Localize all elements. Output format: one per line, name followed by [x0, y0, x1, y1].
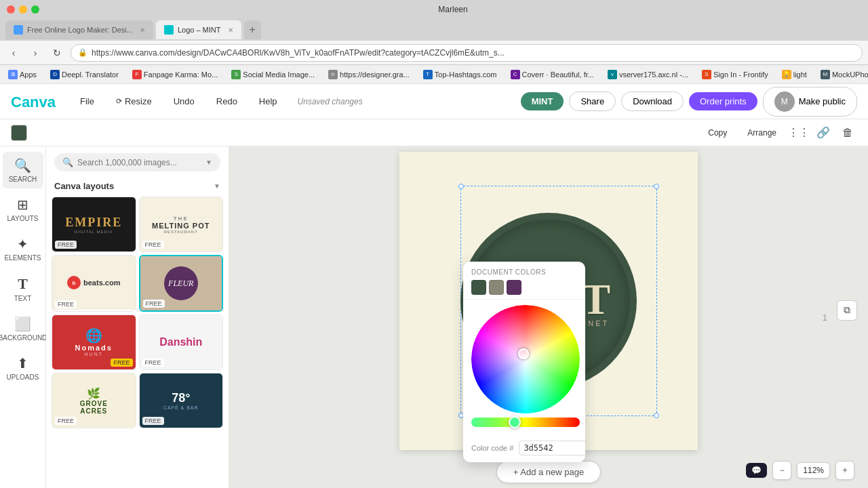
copy-button[interactable]: Copy: [701, 125, 734, 141]
make-public-button[interactable]: M Make public: [763, 87, 857, 117]
sidebar-text-label: TEXT: [14, 295, 32, 302]
order-prints-button[interactable]: Order prints: [689, 92, 757, 110]
bookmark-apps[interactable]: ⊞ Apps: [5, 68, 39, 81]
tab-1-close[interactable]: ✕: [140, 26, 145, 34]
undo-button[interactable]: Undo: [167, 92, 201, 110]
layout-item-beats[interactable]: b beats.com FREE: [52, 255, 136, 312]
duplicate-icon[interactable]: ⧉: [837, 300, 857, 321]
swatch-green[interactable]: [471, 280, 486, 295]
78-sub: CAFÉ & BAR: [163, 405, 199, 410]
layout-item-empire[interactable]: EMPIRE DIGITAL MEDIA FREE: [52, 197, 136, 252]
handle-bottom-right[interactable]: [654, 413, 659, 418]
background-icon: ⬜: [14, 316, 31, 332]
download-button[interactable]: Download: [621, 92, 684, 111]
hue-thumb[interactable]: [509, 416, 521, 428]
main-toolbar: Canva File ⟳ Resize Undo Redo Help Unsav…: [0, 84, 868, 119]
social-icon: S: [231, 70, 241, 79]
arrange-button[interactable]: Arrange: [740, 125, 784, 141]
handle-top-right[interactable]: [654, 184, 659, 189]
right-panel-buttons: ⧉: [837, 300, 857, 321]
close-button[interactable]: [7, 5, 15, 14]
tab-bar: Free Online Logo Maker: Desi... ✕ Logo –…: [0, 19, 868, 41]
bookmark-fanpage[interactable]: F Fanpage Karma: Mo...: [130, 68, 220, 81]
unsaved-indicator: Unsaved changes: [298, 97, 363, 106]
empire-title: EMPIRE: [65, 216, 122, 230]
swatch-gray[interactable]: [489, 280, 504, 295]
back-button[interactable]: ‹: [5, 45, 22, 61]
melting-content: THE MELTING POT RESTAURANT: [152, 216, 210, 234]
url-bar[interactable]: 🔒 https://www.canva.com/design/DACwCA4BO…: [71, 44, 863, 62]
doc-colors-title: DOCUMENT COLORS: [471, 268, 577, 276]
layout-item-melting-pot[interactable]: THE MELTING POT RESTAURANT FREE: [139, 197, 224, 252]
link-icon[interactable]: 🔗: [814, 123, 833, 142]
sidebar-uploads-label: UPLOADS: [7, 373, 39, 381]
layout-item-78degrees[interactable]: 78° CAFÉ & BAR FREE: [139, 373, 224, 428]
color-code-input[interactable]: [519, 441, 585, 455]
bookmark-designer[interactable]: h https://designer.gra...: [326, 68, 412, 81]
file-menu[interactable]: File: [73, 92, 101, 110]
bookmark-light[interactable]: 💡 light: [779, 68, 810, 81]
canvas-area: DOCUMENT COLORS: [229, 146, 868, 488]
zoom-out-button[interactable]: −: [772, 461, 791, 480]
layout-item-grove[interactable]: 🌿 GROVEACRES FREE: [52, 373, 136, 428]
sidebar-item-elements[interactable]: ✦ ELEMENTS: [3, 230, 43, 267]
color-swatch-active[interactable]: [11, 125, 27, 141]
bookmark-hashtags[interactable]: T Top-Hashtags.com: [420, 68, 500, 81]
hue-slider[interactable]: [471, 418, 580, 427]
sidebar-item-text[interactable]: T TEXT: [3, 270, 43, 308]
help-button[interactable]: Help: [252, 92, 284, 110]
canva-logo[interactable]: Canva: [11, 92, 65, 111]
search-bar[interactable]: 🔍 ▼: [54, 153, 220, 171]
bookmark-frontify[interactable]: S Sign In - Frontify: [699, 68, 771, 81]
grove-badge: FREE: [55, 417, 77, 425]
bookmark-deepl[interactable]: D Deepl. Translator: [47, 68, 121, 81]
minimize-button[interactable]: [19, 5, 27, 14]
bookmark-frontify-label: Sign In - Frontify: [713, 70, 768, 79]
bookmark-social-label: Social Media Image...: [243, 70, 315, 79]
color-swatches: [471, 280, 577, 295]
deepl-icon: D: [50, 70, 60, 79]
search-dropdown-arrow: ▼: [205, 159, 212, 166]
bookmark-coverr[interactable]: C Coverr · Beautiful, fr...: [508, 68, 597, 81]
bookmark-social[interactable]: S Social Media Image...: [229, 68, 317, 81]
sidebar-item-search[interactable]: 🔍 SEARCH: [3, 152, 43, 188]
section-collapse-arrow[interactable]: ▼: [214, 182, 220, 190]
sidebar-item-uploads[interactable]: ⬆ UPLOADS: [3, 350, 43, 386]
layout-item-nomads[interactable]: 🌐 Nomads HUNT FREE: [52, 314, 136, 370]
tab-2-close[interactable]: ✕: [228, 26, 233, 34]
tab-2[interactable]: Logo – MINT ✕: [156, 20, 241, 39]
add-page-button[interactable]: + Add a new page: [496, 461, 601, 483]
reload-button[interactable]: ↻: [49, 45, 65, 61]
sidebar-item-background[interactable]: ⬜ BACKGROUND: [3, 310, 43, 347]
comment-button[interactable]: 💬: [746, 463, 767, 478]
nomads-title: Nomads: [75, 344, 113, 352]
resize-button[interactable]: ⟳ Resize: [109, 92, 159, 110]
bookmark-mockup[interactable]: M MockUPhone: [818, 68, 868, 81]
maximize-button[interactable]: [31, 5, 39, 14]
new-tab-button[interactable]: +: [244, 20, 261, 39]
address-bar: ‹ › ↻ 🔒 https://www.canva.com/design/DAC…: [0, 41, 868, 65]
more-options-icon[interactable]: ⋮⋮: [789, 123, 808, 142]
tab-1-label: Free Online Logo Maker: Desi...: [27, 26, 133, 34]
handle-top-left[interactable]: [458, 184, 464, 189]
swatch-purple[interactable]: [507, 280, 521, 295]
browser-chrome: Marleen Free Online Logo Maker: Desi... …: [0, 0, 868, 84]
zoom-in-button[interactable]: +: [835, 461, 854, 480]
main-area: 🔍 SEARCH ⊞ LAYOUTS ✦ ELEMENTS T TEXT ⬜ B…: [0, 146, 868, 488]
search-input[interactable]: [77, 158, 201, 167]
bookmark-vserver[interactable]: v vserver175.axc.nl -...: [605, 68, 691, 81]
sidebar-item-layouts[interactable]: ⊞ LAYOUTS: [3, 191, 43, 228]
layout-item-danshin[interactable]: Danshin FREE: [139, 314, 224, 370]
forward-button[interactable]: ›: [27, 45, 43, 61]
mint-button[interactable]: MINT: [521, 92, 564, 110]
tab-1[interactable]: Free Online Logo Maker: Desi... ✕: [5, 20, 153, 39]
delete-icon[interactable]: 🗑: [838, 123, 857, 142]
grove-content: 🌿 GROVEACRES: [80, 387, 108, 415]
secondary-toolbar: Copy Arrange ⋮⋮ 🔗 🗑: [0, 119, 868, 146]
share-button[interactable]: Share: [569, 92, 616, 111]
redo-button[interactable]: Redo: [210, 92, 244, 110]
tab-2-favicon: [164, 25, 174, 35]
uploads-icon: ⬆: [17, 355, 28, 371]
color-wheel[interactable]: [471, 305, 580, 413]
layout-item-fleur[interactable]: FLEUR FREE: [139, 255, 224, 312]
